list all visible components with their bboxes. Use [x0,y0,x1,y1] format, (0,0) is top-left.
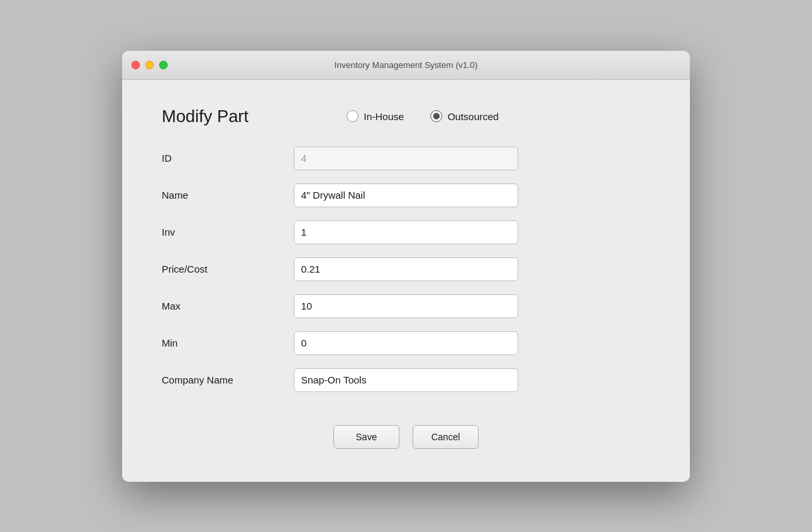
field-row-min-field: Min [162,331,650,355]
inhouse-radio-label: In-House [364,111,404,122]
field-row-id-field: ID [162,147,650,170]
outsourced-radio-label: Outsourced [448,111,499,122]
header-row: Modify Part In-House Outsourced [162,106,650,127]
titlebar: Inventory Management System (v1.0) [122,51,690,80]
page-title: Modify Part [162,106,307,127]
inhouse-radio-option[interactable]: In-House [347,110,404,122]
part-type-radio-group: In-House Outsourced [347,110,498,122]
field-row-price-field: Price/Cost [162,257,650,281]
id-field [294,147,518,170]
inhouse-radio-button[interactable] [347,110,358,122]
inv-field[interactable] [294,220,518,244]
outsourced-radio-option[interactable]: Outsourced [430,110,499,122]
max-field[interactable] [294,294,518,318]
cancel-button[interactable]: Cancel [413,425,479,449]
label-inv-field: Inv [162,226,294,238]
label-min-field: Min [162,337,294,349]
label-price-field: Price/Cost [162,263,294,275]
label-max-field: Max [162,300,294,312]
window-controls [131,61,168,69]
name-field[interactable] [294,183,518,207]
outsourced-radio-button[interactable] [430,110,442,122]
company-name-field[interactable] [294,368,518,392]
main-window: Inventory Management System (v1.0) Modif… [122,51,690,482]
price-field[interactable] [294,257,518,281]
min-field[interactable] [294,331,518,355]
label-company-name-field: Company Name [162,374,294,385]
minimize-button[interactable] [145,61,154,69]
form-fields: IDNameInvPrice/CostMaxMinCompany Name [162,147,650,392]
close-button[interactable] [131,61,140,69]
save-button[interactable]: Save [333,425,399,449]
form-content: Modify Part In-House Outsourced IDNameIn… [122,80,690,482]
field-row-inv-field: Inv [162,220,650,244]
maximize-button[interactable] [159,61,168,69]
button-row: Save Cancel [162,425,650,449]
label-id-field: ID [162,152,294,164]
field-row-name-field: Name [162,183,650,207]
window-title: Inventory Management System (v1.0) [335,60,478,70]
label-name-field: Name [162,189,294,201]
field-row-max-field: Max [162,294,650,318]
field-row-company-name-field: Company Name [162,368,650,392]
